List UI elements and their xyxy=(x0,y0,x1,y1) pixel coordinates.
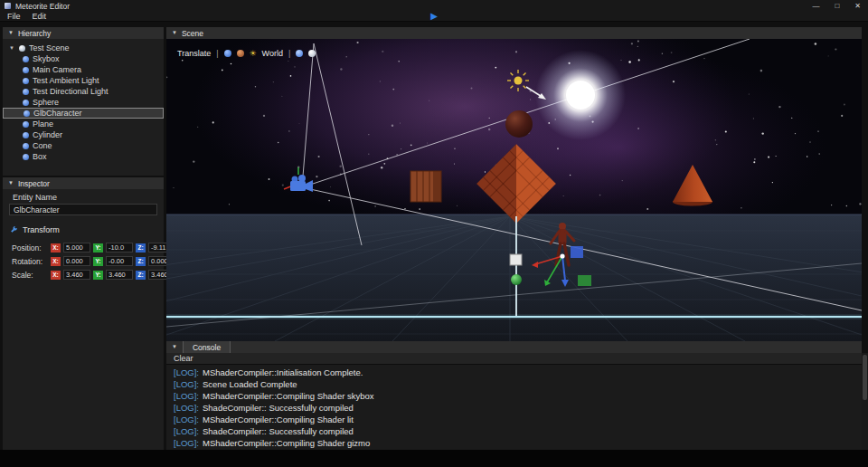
hierarchy-header[interactable]: ▼ Hierarchy xyxy=(3,27,164,39)
entity-icon xyxy=(23,67,29,73)
log-tag: [LOG]: xyxy=(174,438,199,448)
tree-item-label: Cylinder xyxy=(33,130,62,139)
tree-item-plane[interactable]: Plane xyxy=(3,119,164,129)
sun-sphere[interactable] xyxy=(566,81,595,110)
rotation-y-field[interactable]: -0.00 xyxy=(106,256,133,266)
log-line: [LOG]:ShadeCompiler:: Successfully compi… xyxy=(174,402,862,414)
scene-entity-icon xyxy=(19,45,25,52)
hierarchy-tree: ▼ Test Scene Skybox Main Camera Test Amb… xyxy=(3,39,164,162)
collapse-icon[interactable]: ▼ xyxy=(172,27,177,39)
tree-item-label: Main Camera xyxy=(33,65,81,74)
log-tag: [LOG]: xyxy=(174,367,199,377)
scale-label: Scale: xyxy=(12,271,48,280)
scene-title: Scene xyxy=(182,29,203,38)
tree-item-label: Skybox xyxy=(33,54,60,63)
white-cube[interactable] xyxy=(510,254,522,265)
position-x-field[interactable]: 5.000 xyxy=(63,243,90,253)
log-tag: [LOG]: xyxy=(174,379,199,389)
pivot-toggle-icon[interactable] xyxy=(308,50,316,57)
inspector-title: Inspector xyxy=(18,179,50,188)
light-gizmo-icon[interactable]: ☀ xyxy=(250,50,257,58)
expand-arrow-icon[interactable]: ▼ xyxy=(9,45,15,51)
gizmo-plane-handle-blue xyxy=(571,246,583,258)
inspector-header[interactable]: ▼ Inspector xyxy=(3,177,164,189)
console-tab[interactable]: Console xyxy=(183,341,231,353)
console-log-list[interactable]: [LOG]:MShaderCompiler::Initialisation Co… xyxy=(166,365,862,450)
tree-item-sphere[interactable]: Sphere xyxy=(3,97,164,108)
log-tag: [LOG]: xyxy=(174,426,199,436)
log-line: [LOG]:MShaderCompiler::Initialisation Co… xyxy=(174,367,862,378)
gizmo-plane-handle-green xyxy=(578,275,591,286)
green-sphere[interactable] xyxy=(511,274,522,285)
axis-y-badge: Y: xyxy=(93,271,103,280)
inspector-panel: ▼ Inspector Entity Name Transform Positi… xyxy=(3,177,164,450)
clear-button[interactable]: Clear xyxy=(174,354,193,363)
log-text: Scene Loaded Complete xyxy=(203,379,297,389)
tree-item-label: Test Ambient Light xyxy=(33,76,99,85)
translate-mode-label[interactable]: Translate xyxy=(177,49,211,58)
tree-item-label: GlbCharacter xyxy=(33,109,82,118)
rotation-label: Rotation: xyxy=(12,257,48,266)
hierarchy-title: Hierarchy xyxy=(18,29,51,38)
menu-edit[interactable]: Edit xyxy=(33,12,47,21)
log-line: [LOG]:MShaderCompiler::Compiling Shader … xyxy=(174,437,862,449)
scale-x-field[interactable]: 3.460 xyxy=(63,270,90,280)
collapse-icon[interactable]: ▼ xyxy=(8,177,14,189)
window-title: Meteorite Editor xyxy=(15,2,70,11)
collapse-icon[interactable]: ▼ xyxy=(172,341,177,353)
tree-item-label: Test Scene xyxy=(29,43,70,52)
collapse-icon[interactable]: ▼ xyxy=(8,27,14,39)
axis-y-badge: Y: xyxy=(93,243,103,253)
tree-item-glbcharacter[interactable]: GlbCharacter xyxy=(3,108,164,119)
gizmo-center xyxy=(560,253,564,258)
scene-viewport[interactable]: Translate | ☀ World | xyxy=(166,39,862,341)
log-line: [LOG]:Scene Loaded Complete xyxy=(174,378,862,390)
play-button[interactable]: ▶ xyxy=(430,11,438,22)
planet-sphere[interactable] xyxy=(505,110,533,138)
log-tag: [LOG]: xyxy=(174,391,199,401)
menu-file[interactable]: File xyxy=(7,12,21,21)
log-line: [LOG]:MShaderCompiler::Compiling Shader … xyxy=(174,414,862,425)
console-toolbar: Clear xyxy=(166,353,862,365)
tree-item-main-camera[interactable]: Main Camera xyxy=(3,64,164,75)
console-scrollbar[interactable] xyxy=(862,353,868,450)
rotation-x-field[interactable]: 0.000 xyxy=(63,256,90,266)
log-text: ShadeCompiler:: Successfully compiled xyxy=(203,403,354,413)
tree-item-test-ambient-light[interactable]: Test Ambient Light xyxy=(3,75,164,86)
entity-name-label: Entity Name xyxy=(13,193,57,202)
maximize-button[interactable]: □ xyxy=(835,2,839,10)
log-text: MShaderCompiler::Compiling Shader skybox xyxy=(203,391,374,401)
scrollbar-thumb[interactable] xyxy=(863,355,867,400)
transform-section-header[interactable]: Transform xyxy=(10,225,60,234)
tree-item-cylinder[interactable]: Cylinder xyxy=(3,129,164,140)
entity-icon xyxy=(23,78,29,84)
toolbar-separator: | xyxy=(216,49,218,58)
translate-gizmo-icon[interactable] xyxy=(224,50,231,57)
tree-item-cone[interactable]: Cone xyxy=(3,140,164,151)
entity-icon xyxy=(23,89,29,95)
position-y-field[interactable]: -10.0 xyxy=(106,243,133,253)
tree-item-skybox[interactable]: Skybox xyxy=(3,53,164,64)
tree-item-test-directional-light[interactable]: Test Directional Light xyxy=(3,86,164,97)
space-toggle-icon[interactable] xyxy=(296,50,303,57)
world-space-label[interactable]: World xyxy=(262,49,283,58)
axis-z-badge: Z: xyxy=(136,271,146,280)
close-button[interactable]: ✕ xyxy=(854,2,861,10)
crate-box[interactable] xyxy=(410,171,441,202)
log-text: MShaderCompiler::Initialisation Complete… xyxy=(203,367,363,377)
tree-item-box[interactable]: Box xyxy=(3,151,164,162)
tree-item-label: Test Directional Light xyxy=(33,87,108,96)
log-tag: [LOG]: xyxy=(174,403,199,413)
scale-y-field[interactable]: 3.460 xyxy=(106,270,133,280)
scene-viewport-3d[interactable] xyxy=(166,39,862,341)
entity-name-input[interactable] xyxy=(9,204,157,215)
tree-item-label: Sphere xyxy=(33,98,59,107)
rotate-gizmo-icon[interactable] xyxy=(237,50,244,57)
minimize-button[interactable]: — xyxy=(812,2,819,10)
tree-item-test-scene[interactable]: ▼ Test Scene xyxy=(3,43,164,53)
axis-z-badge: Z: xyxy=(136,257,146,266)
entity-icon xyxy=(23,121,29,128)
scene-header[interactable]: ▼ Scene xyxy=(166,27,862,39)
hierarchy-panel: ▼ Hierarchy ▼ Test Scene Skybox Main Cam… xyxy=(3,27,164,176)
axis-y-badge: Y: xyxy=(93,257,103,266)
